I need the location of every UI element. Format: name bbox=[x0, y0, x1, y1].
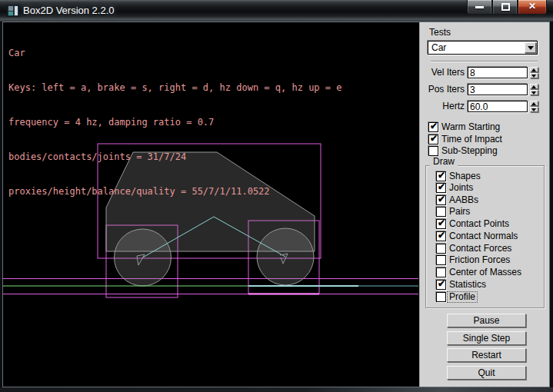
app-icon-pane bbox=[8, 6, 13, 11]
checkbox-box: ✔ bbox=[436, 195, 446, 205]
title-bar[interactable]: Box2D Version 2.2.0 ✕ bbox=[0, 0, 553, 22]
client-area: Car Keys: left = a, brake = s, right = d… bbox=[3, 22, 549, 387]
checkbox-label: Contact Normals bbox=[449, 231, 518, 241]
stat-line-counts: bodies/contacts/joints = 31/7/24 bbox=[8, 151, 341, 163]
check-icon: ✔ bbox=[438, 181, 445, 192]
pos-iters-spin-up[interactable] bbox=[530, 84, 538, 89]
checkbox-label: Statistics bbox=[449, 280, 486, 290]
checkbox-label: Shapes bbox=[449, 171, 481, 181]
hertz-spin-down[interactable] bbox=[530, 107, 538, 112]
check-icon: ✔ bbox=[438, 230, 445, 241]
window-bottom-frame bbox=[0, 387, 553, 392]
maximize-button[interactable] bbox=[492, 0, 518, 15]
checkbox-label: Center of Masses bbox=[449, 267, 521, 277]
quit-button[interactable]: Quit bbox=[447, 366, 526, 380]
vel-iters-label: Vel Iters bbox=[420, 67, 465, 78]
caption-buttons: ✕ bbox=[467, 0, 547, 15]
separator bbox=[431, 61, 538, 62]
stat-line-keys: Keys: left = a, brake = s, right = d, hz… bbox=[8, 82, 341, 94]
checkbox-box: ✔ bbox=[436, 183, 446, 193]
close-icon: ✕ bbox=[518, 1, 546, 12]
checkbox-box: ✔ bbox=[428, 135, 438, 145]
checkbox-box bbox=[428, 146, 438, 156]
tests-label: Tests bbox=[429, 27, 451, 38]
checkbox-box: ✔ bbox=[436, 171, 446, 181]
check-icon: ✔ bbox=[438, 170, 445, 181]
tests-dropdown-value: Car bbox=[431, 42, 446, 53]
arrow-down-icon bbox=[531, 108, 536, 111]
checkbox-label: Warm Starting bbox=[441, 122, 500, 132]
checkbox-box: ✔ bbox=[436, 231, 446, 241]
checkbox-label: Pairs bbox=[449, 207, 470, 217]
pause-button[interactable]: Pause bbox=[447, 314, 526, 327]
check-icon: ✔ bbox=[438, 194, 445, 204]
hertz-spin-up[interactable] bbox=[530, 101, 538, 106]
checkbox-box bbox=[436, 255, 446, 265]
checkbox-box bbox=[436, 207, 446, 217]
control-panel: Tests Car Vel Iters Pos Iters bbox=[419, 22, 549, 387]
vel-iters-field[interactable] bbox=[468, 67, 528, 78]
minimize-button[interactable] bbox=[467, 0, 492, 15]
vel-iters-spin-down[interactable] bbox=[530, 73, 538, 78]
stat-line-proxies: proxies/height/balance/quality = 55/7/1/… bbox=[8, 186, 341, 198]
check-icon: ✔ bbox=[438, 278, 445, 289]
tests-dropdown[interactable]: Car bbox=[428, 41, 538, 55]
checkbox-label: Contact Forces bbox=[449, 244, 511, 254]
hertz-input[interactable] bbox=[470, 101, 524, 111]
app-icon-pane bbox=[8, 12, 13, 15]
checkbox-box: ✔ bbox=[436, 280, 446, 290]
pos-iters-input[interactable] bbox=[470, 85, 524, 95]
single-step-button[interactable]: Single Step bbox=[447, 331, 526, 345]
checkbox-label: Contact Points bbox=[449, 219, 509, 229]
checkbox-box bbox=[436, 267, 446, 277]
checkbox-label: AABBs bbox=[449, 195, 478, 205]
checkbox-label: Time of Impact bbox=[441, 135, 502, 145]
window-title: Box2D Version 2.2.0 bbox=[23, 5, 115, 16]
checkbox-box: ✔ bbox=[428, 122, 438, 132]
app-window: Box2D Version 2.2.0 ✕ bbox=[0, 0, 553, 392]
pos-iters-label: Pos Iters bbox=[420, 84, 465, 95]
restart-button[interactable]: Restart bbox=[447, 348, 526, 362]
check-icon: ✔ bbox=[430, 121, 438, 131]
pos-iters-spin-down[interactable] bbox=[530, 90, 538, 95]
vel-iters-spin-up[interactable] bbox=[530, 67, 538, 72]
checkbox-label: Friction Forces bbox=[449, 255, 510, 265]
stat-line-frequency: frequency = 4 hz, damping ratio = 0.7 bbox=[8, 117, 341, 128]
app-icon-pane bbox=[15, 6, 18, 15]
app-icon[interactable] bbox=[7, 5, 19, 17]
simulation-canvas[interactable]: Car Keys: left = a, brake = s, right = d… bbox=[3, 22, 419, 387]
pos-iters-spinner bbox=[530, 84, 538, 95]
debug-statistics-text: Car Keys: left = a, brake = s, right = d… bbox=[8, 25, 341, 221]
vel-iters-input[interactable] bbox=[470, 68, 524, 78]
checkbox-box bbox=[436, 292, 446, 302]
hertz-spinner bbox=[530, 101, 538, 112]
checkbox-label: Profile bbox=[448, 292, 477, 302]
arrow-up-icon bbox=[531, 85, 536, 88]
hertz-label: Hertz bbox=[420, 101, 465, 112]
arrow-up-icon bbox=[531, 102, 536, 105]
checkbox-box bbox=[436, 244, 446, 254]
stat-line-test-name: Car bbox=[8, 48, 341, 59]
draw-group-label: Draw bbox=[430, 156, 458, 167]
minimize-icon bbox=[475, 6, 484, 8]
arrow-down-icon bbox=[531, 91, 536, 95]
hertz-field[interactable] bbox=[468, 101, 528, 112]
checkbox-label: Joints bbox=[449, 183, 473, 193]
check-icon: ✔ bbox=[430, 133, 438, 144]
tests-dropdown-button[interactable] bbox=[525, 42, 536, 53]
checkbox-box: ✔ bbox=[436, 219, 446, 229]
pos-iters-field[interactable] bbox=[468, 84, 528, 95]
vel-iters-spinner bbox=[530, 67, 538, 78]
check-icon: ✔ bbox=[438, 218, 445, 228]
arrow-up-icon bbox=[531, 68, 536, 71]
maximize-icon bbox=[501, 3, 510, 11]
close-button[interactable]: ✕ bbox=[518, 0, 547, 15]
checkbox-label: Sub-Stepping bbox=[441, 146, 498, 156]
arrow-down-icon bbox=[531, 75, 536, 78]
chevron-down-icon bbox=[528, 46, 534, 50]
